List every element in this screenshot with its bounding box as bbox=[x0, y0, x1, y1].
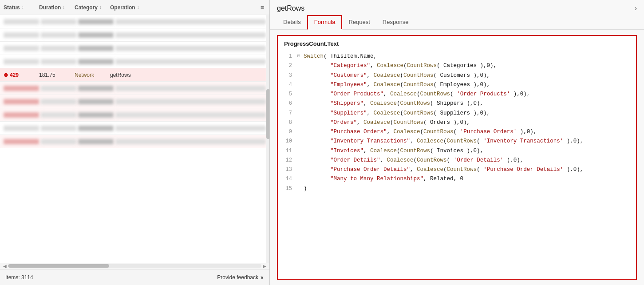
table-row[interactable] bbox=[0, 82, 269, 95]
col-status[interactable]: Status ↕ bbox=[4, 4, 39, 11]
table-row[interactable] bbox=[0, 135, 269, 148]
sort-icon-operation: ↕ bbox=[137, 5, 139, 10]
code-line: 5 "Order Products", Coalesce(CountRows( … bbox=[278, 90, 636, 99]
feedback-button[interactable]: Provide feedback ∨ bbox=[217, 274, 264, 281]
table-row[interactable] bbox=[0, 122, 269, 135]
code-line: 14 "Many to Many Relationships", Related… bbox=[278, 174, 636, 184]
status-code: 429 bbox=[10, 72, 19, 78]
code-line: 7 "Suppliers", Coalesce(CountRows( Suppl… bbox=[278, 109, 636, 118]
vertical-scrollbar[interactable] bbox=[266, 15, 269, 263]
error-icon: ⊗ bbox=[4, 72, 8, 78]
left-panel: Status ↕ Duration ↕ Category ↕ Operation… bbox=[0, 0, 270, 285]
category-cell: Network bbox=[75, 72, 110, 78]
horizontal-scrollbar-row: ◀ ▶ bbox=[0, 263, 269, 269]
code-line: 8 "Orders", Coalesce(CountRows( Orders )… bbox=[278, 118, 636, 127]
code-area: 1 ⊟ Switch( ThisItem.Name, 2 "Categories… bbox=[278, 50, 636, 195]
col-duration[interactable]: Duration ↕ bbox=[39, 4, 75, 11]
table-footer: Items: 3114 Provide feedback ∨ bbox=[0, 269, 269, 285]
col-operation[interactable]: Operation ↕ bbox=[110, 4, 259, 11]
table-row[interactable] bbox=[0, 42, 269, 55]
formula-container: ProgressCount.Text 1 ⊟ Switch( ThisItem.… bbox=[277, 35, 637, 280]
tab-formula[interactable]: Formula bbox=[307, 15, 343, 30]
table-body: ⊗ 429 181.75 Network getRows bbox=[0, 15, 269, 263]
scroll-left-arrow[interactable]: ◀ bbox=[2, 264, 8, 269]
code-line: 15 ) bbox=[278, 184, 636, 194]
table-row[interactable] bbox=[0, 55, 269, 68]
tab-details[interactable]: Details bbox=[277, 16, 307, 30]
tab-response[interactable]: Response bbox=[376, 16, 415, 30]
sort-icon-category: ↕ bbox=[99, 5, 102, 10]
code-line: 1 ⊟ Switch( ThisItem.Name, bbox=[278, 52, 636, 61]
tab-request[interactable]: Request bbox=[342, 16, 376, 30]
table-row[interactable] bbox=[0, 15, 269, 28]
code-line: 11 "Invoices", Coalesce(CountRows( Invoi… bbox=[278, 146, 636, 156]
right-panel-header: getRows › bbox=[270, 0, 644, 15]
tabs-row: Details Formula Request Response bbox=[270, 15, 644, 30]
scroll-right-arrow[interactable]: ▶ bbox=[261, 264, 268, 269]
code-line: 12 "Order Details", Coalesce(CountRows( … bbox=[278, 156, 636, 165]
code-line: 9 "Purchase Orders", Coalesce(CountRows(… bbox=[278, 127, 636, 137]
feedback-chevron-icon: ∨ bbox=[260, 274, 264, 281]
code-line: 4 "Employees", Coalesce(CountRows( Emplo… bbox=[278, 80, 636, 90]
formula-label: ProgressCount.Text bbox=[278, 36, 636, 50]
code-line: 13 "Purchase Order Details", Coalesce(Co… bbox=[278, 165, 636, 174]
scrollbar-thumb[interactable] bbox=[266, 89, 269, 139]
table-header: Status ↕ Duration ↕ Category ↕ Operation… bbox=[0, 0, 269, 15]
table-row[interactable] bbox=[0, 95, 269, 108]
items-count: Items: 3114 bbox=[5, 274, 33, 281]
panel-title: getRows bbox=[277, 4, 304, 12]
close-panel-button[interactable]: › bbox=[635, 4, 637, 12]
sort-icon-status: ↕ bbox=[22, 5, 24, 10]
duration-cell: 181.75 bbox=[39, 72, 75, 78]
table-row-selected[interactable]: ⊗ 429 181.75 Network getRows bbox=[0, 68, 269, 82]
table-row[interactable] bbox=[0, 28, 269, 42]
operation-cell: getRows bbox=[110, 72, 266, 78]
col-category[interactable]: Category ↕ bbox=[75, 4, 110, 11]
code-line: 6 "Shippers", Coalesce(CountRows( Shippe… bbox=[278, 99, 636, 108]
sort-icon-duration: ↕ bbox=[63, 5, 65, 10]
code-line: 2 "Categories", Coalesce(CountRows( Cate… bbox=[278, 61, 636, 71]
right-panel: getRows › Details Formula Request Respon… bbox=[270, 0, 644, 285]
code-line: 10 "Inventory Transactions", Coalesce(Co… bbox=[278, 137, 636, 146]
code-line: 3 "Customers", Coalesce(CountRows( Custo… bbox=[278, 71, 636, 80]
table-menu-icon[interactable]: ≡ bbox=[259, 4, 266, 11]
horizontal-scrollbar[interactable] bbox=[8, 264, 261, 268]
table-row[interactable] bbox=[0, 108, 269, 122]
